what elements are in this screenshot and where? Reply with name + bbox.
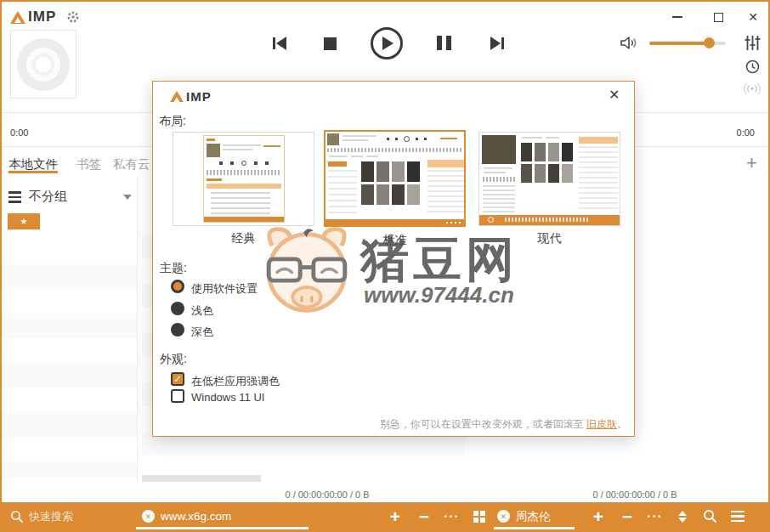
dialog-logo: IMP	[170, 89, 212, 104]
next-button[interactable]	[486, 36, 508, 51]
appearance-dialog: IMP ✕ 布局:	[152, 81, 635, 437]
pause-button[interactable]	[437, 36, 451, 50]
equalizer-icon[interactable]	[745, 35, 761, 54]
left-track-list[interactable]	[2, 240, 137, 478]
aimp-triangle-icon	[170, 91, 184, 102]
radio-label-dark[interactable]: 深色	[191, 325, 213, 340]
volume-slider[interactable]	[649, 42, 726, 45]
layout-option-classic[interactable]	[173, 132, 314, 226]
group-label[interactable]: 不分组	[29, 189, 67, 205]
tab-bookmarks[interactable]: 书签	[76, 156, 101, 173]
dialog-close-icon[interactable]: ✕	[609, 87, 620, 103]
add-playlist-button[interactable]: +	[746, 154, 757, 173]
play-button[interactable]	[371, 27, 403, 59]
quick-search-icon[interactable]	[10, 502, 24, 530]
active-tab-underline	[8, 171, 58, 173]
dialog-logo-text: IMP	[186, 89, 212, 104]
minimize-icon	[672, 16, 682, 18]
horizontal-scrollbar[interactable]	[142, 475, 261, 482]
more-options-right[interactable]: •••	[644, 502, 666, 530]
checkbox-label-windows11-ui[interactable]: Windows 11 UI	[191, 391, 264, 404]
group-menu-icon[interactable]	[8, 191, 21, 203]
add-track-button-right[interactable]: +	[588, 502, 609, 530]
minimize-button[interactable]	[668, 8, 687, 25]
theme-section-label: 主题:	[160, 261, 187, 276]
radio-use-software-settings[interactable]	[171, 280, 184, 293]
volume-fill	[649, 42, 710, 45]
grid-view-icon[interactable]	[470, 502, 489, 530]
app-logo: IMP	[10, 8, 56, 25]
volume-icon[interactable]	[620, 34, 637, 55]
volume-knob[interactable]	[704, 37, 715, 48]
playlist-tab-label: 周杰伦	[516, 509, 551, 524]
playlist-tab-jaychou[interactable]: ✕ 周杰伦	[494, 502, 575, 530]
search-icon[interactable]	[700, 502, 719, 530]
old-skin-link[interactable]: 旧皮肤	[586, 418, 617, 430]
total-time: 0:00	[687, 127, 755, 138]
layout-option-modern[interactable]	[478, 132, 620, 226]
app-logo-text: IMP	[28, 8, 56, 25]
stop-button[interactable]	[323, 37, 337, 50]
broadcast-icon[interactable]	[742, 82, 762, 99]
previous-button[interactable]	[269, 36, 291, 51]
quick-search-input[interactable]	[29, 510, 122, 523]
scheduler-clock-icon[interactable]	[745, 59, 760, 77]
aimp-triangle-icon	[10, 11, 25, 24]
layout-label-standard: 标准	[324, 233, 466, 248]
footer-suffix: 。	[617, 418, 627, 430]
layout-option-standard[interactable]	[324, 130, 466, 227]
close-icon: ✕	[748, 11, 758, 23]
playlist-stats-left: 0 / 00:00:00:00 / 0 B	[255, 490, 399, 500]
appearance-section-label: 外观:	[160, 352, 187, 367]
panel-divider	[137, 176, 138, 482]
sort-icon[interactable]	[673, 502, 692, 530]
checkbox-label-accent-bottom-bar[interactable]: 在低栏应用强调色	[191, 374, 280, 389]
menu-icon[interactable]	[728, 502, 748, 530]
playlist-stats-right: 0 / 00:00:00:00 / 0 B	[563, 490, 707, 500]
maximize-button[interactable]	[709, 8, 728, 25]
playlist-tab-label: www.x6g.com	[161, 510, 231, 523]
elapsed-time: 0:00	[10, 127, 28, 138]
active-playlist-underline	[494, 527, 575, 529]
radio-label-light[interactable]: 浅色	[191, 303, 213, 319]
settings-gear-icon[interactable]	[66, 10, 80, 27]
cd-placeholder-icon	[17, 38, 70, 91]
more-options-left[interactable]: •••	[441, 502, 463, 530]
close-button[interactable]: ✕	[744, 8, 762, 25]
radio-label-use-software-settings[interactable]: 使用软件设置	[191, 281, 258, 297]
radio-light-theme[interactable]	[171, 302, 184, 315]
album-art	[10, 30, 76, 99]
layout-section-label: 布局:	[159, 114, 186, 129]
checkbox-windows11-ui[interactable]	[171, 389, 184, 403]
rating-filter-button[interactable]: ★	[8, 213, 40, 229]
add-track-button-left[interactable]: +	[385, 502, 405, 530]
layout-label-modern: 现代	[478, 231, 620, 246]
aimp-window: IMP ✕ 0:00 0:00 本地文件 书签 私有云	[0, 0, 770, 532]
playlist-tab-x6g[interactable]: ✕ www.x6g.com	[136, 502, 309, 530]
active-playlist-underline	[136, 527, 309, 529]
bottom-bar: ✕ www.x6g.com + − ••• ✕ 周杰伦 + − •••	[2, 502, 768, 530]
remove-track-button-left[interactable]: −	[414, 502, 434, 530]
radio-dark-theme[interactable]	[171, 323, 184, 337]
checkbox-accent-bottom-bar[interactable]: ✓	[171, 372, 184, 386]
footer-text: 别急，你可以在设置中改变外观，或者回滚至	[380, 418, 586, 430]
close-tab-icon[interactable]: ✕	[497, 510, 510, 523]
chevron-down-icon[interactable]	[123, 195, 132, 200]
remove-track-button-right[interactable]: −	[617, 502, 637, 530]
tab-private-cloud[interactable]: 私有云	[113, 156, 150, 173]
layout-label-classic: 经典	[173, 231, 314, 246]
dialog-footer-hint: 别急，你可以在设置中改变外观，或者回滚至 旧皮肤。	[380, 417, 627, 432]
maximize-icon	[714, 13, 723, 22]
close-tab-icon[interactable]: ✕	[142, 510, 155, 523]
